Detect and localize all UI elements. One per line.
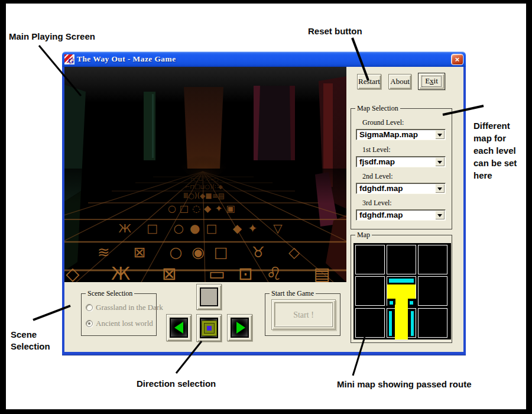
direction-center-face [200,318,218,338]
combo-value: fdghdf.map [359,184,403,193]
dropdown-arrow-icon[interactable] [435,211,445,219]
map-selection-group: Map Selection Ground Level: SigmaMap.map… [351,108,452,229]
annotation-main-playing-screen: Main Playing Screen [9,31,95,43]
minimap-cell [387,245,416,274]
minimap-cell [418,245,447,274]
map-selection-label: Map Selection [355,104,400,113]
route-wall [411,311,414,336]
start-button[interactable]: Start ! [271,299,336,330]
radio-ancient[interactable] [86,320,93,327]
restart-button[interactable]: Restart [357,74,381,89]
radio-grassland-label: Grassland in the Dark [96,303,163,312]
start-button-face: Start ! [274,302,333,327]
direction-left-button[interactable] [166,314,192,341]
center-square-icon [202,321,217,336]
annotation-scene-selection: Scene Selection [11,329,50,352]
start-game-label: Start the Game [270,289,316,298]
combo-value: SigmaMap.map [359,130,418,139]
annotation-different-map: Different map for each level can be set … [473,119,517,182]
second-level-combo[interactable]: fdghdf.map [356,183,446,194]
minimap-cell [355,276,385,306]
direction-left-face [170,318,188,338]
annotation-minimap: Mini map showing passed route [337,379,472,390]
radio-grassland[interactable] [86,304,93,311]
annotation-reset-button: Reset button [308,25,362,37]
close-button[interactable]: × [451,54,463,65]
ground-level-label: Ground Level: [362,118,404,127]
scene-selection-label: Scene Selection [86,289,134,298]
minimap[interactable] [353,243,451,339]
app-icon: G [64,54,74,64]
second-level-label: 2nd Level: [362,172,393,181]
right-arrow-icon [232,319,249,337]
first-level-combo[interactable]: fjsdf.map [356,156,446,167]
map-group: Map [351,235,452,343]
scene-selection-group: Scene Selection Grassland in the Dark An… [81,293,157,336]
dropdown-arrow-icon[interactable] [435,130,445,139]
titlebar[interactable]: G The Way Out - Maze Game × [62,51,466,67]
floor-symbols-row: ≋ ⊠ ○◉□ ♉ ◇ [98,244,310,261]
direction-right-button[interactable] [227,314,252,341]
route-wall [390,301,393,305]
third-level-combo[interactable]: fdghdf.map [356,209,446,221]
dropdown-arrow-icon[interactable] [435,157,445,166]
first-level-label: 1st Level: [362,145,391,154]
minimap-cell [355,245,385,274]
combo-value: fjsdf.map [359,157,395,166]
center-square-inner [204,323,215,334]
combo-value: fdghdf.map [359,211,403,219]
floor-symbols-row: Ж □ ○●□ ◆✦ ▽ [118,221,288,235]
minimap-cell [355,308,385,338]
floor-symbols-row: ○□◌◆✦▣ [168,203,239,214]
window-title: The Way Out - Maze Game [77,54,176,64]
annotation-direction-selection: Direction selection [137,378,216,390]
map-label: Map [355,231,372,240]
svg-text:G: G [68,56,74,64]
main-playing-screen[interactable]: ⊓□⊔○◇≡□ ⌐⊓□⊔○)(∷◆ Ⅲ○)(◆■≡▤ ○□◌◆✦▣ Ж □ ○●… [64,67,346,282]
floor-symbols-row: ◇ Ж ⊠ ▭⊡♌ ▤ [66,263,343,282]
minimap-cell [418,308,447,338]
ground-level-combo[interactable]: SigmaMap.map [356,129,446,140]
exit-button[interactable]: Exit [418,73,445,90]
direction-center-button[interactable] [196,314,222,342]
start-game-group: Start the Game Start ! [265,293,340,336]
dropdown-arrow-icon[interactable] [435,184,445,193]
third-level-label: 3rd Level: [362,199,392,208]
minimap-cell [418,276,447,306]
direction-up-button[interactable] [196,284,222,310]
maze-3d-scene: ⊓□⊔○◇≡□ ⌐⊓□⊔○)(∷◆ Ⅲ○)(◆■≡▤ ○□◌◆✦▣ Ж □ ○●… [64,67,346,282]
radio-ancient-label: Ancient lost world [96,319,153,328]
about-button[interactable]: About [388,74,411,89]
start-button-label: Start ! [293,310,314,319]
focus-rect [421,76,442,87]
close-icon: × [455,55,460,64]
route-path [395,305,408,339]
client-area: ⊓□⊔○◇≡□ ⌐⊓□⊔○)(∷◆ Ⅲ○)(◆■≡▤ ○□◌◆✦▣ Ж □ ○●… [64,67,463,352]
center-dot-icon [207,326,212,331]
route-wall [389,311,392,336]
direction-up-face [200,287,218,306]
left-arrow-icon [171,319,188,337]
direction-right-face [231,318,249,338]
route-wall [410,301,413,305]
route-wall [389,279,414,283]
